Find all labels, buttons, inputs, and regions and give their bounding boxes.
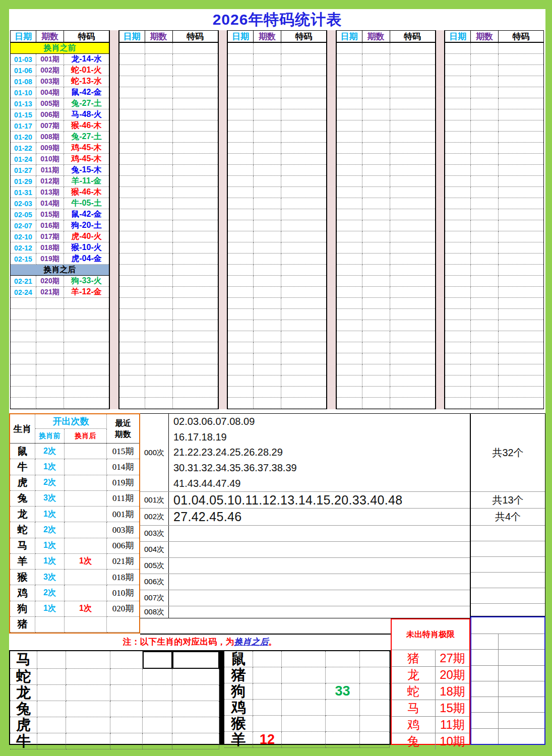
date-cell: 02-03 <box>11 198 36 209</box>
empty-cell <box>499 220 543 231</box>
empty-cell <box>173 276 218 287</box>
stats-after-cell <box>65 538 107 554</box>
empty-cell <box>228 65 254 76</box>
empty-cell <box>445 276 471 287</box>
empty-cell <box>119 209 145 220</box>
stats-before-cell <box>35 617 65 633</box>
empty-cell <box>499 398 543 409</box>
empty-cell <box>281 287 326 298</box>
empty-cell <box>445 265 471 276</box>
empty-cell <box>228 375 254 387</box>
empty-cell <box>254 87 281 98</box>
empty-cell <box>254 353 281 364</box>
empty-cell <box>173 76 218 87</box>
stats-zodiac-cell: 虎 <box>10 475 35 491</box>
empty-cell <box>254 231 281 242</box>
stats-recent-cell: 018期 <box>107 570 139 585</box>
zodiac-cell: 蛇 <box>10 669 37 685</box>
freq-total-cell <box>471 573 545 588</box>
empty-cell <box>445 187 471 198</box>
grid-cell <box>360 716 390 732</box>
zodiac-cell: 狗 <box>224 683 253 700</box>
empty-cell <box>337 98 362 109</box>
code-table-group: 日期期数特码 <box>119 30 218 409</box>
date-cell: 02-15 <box>11 254 36 265</box>
empty-cell <box>337 364 362 375</box>
freq-value-line: 21.22.23.24.25.26.28.29 <box>173 447 470 458</box>
empty-cell <box>145 375 173 387</box>
empty-cell <box>281 298 326 309</box>
empty-cell <box>337 120 362 132</box>
date-cell: 02-12 <box>11 242 36 254</box>
period-header: 期数 <box>36 31 64 43</box>
zodiac-cell: 鼠 <box>224 651 253 667</box>
empty-cell <box>228 242 254 254</box>
grid-cell <box>253 651 282 667</box>
empty-cell <box>228 342 254 353</box>
empty-cell <box>119 331 145 342</box>
empty-cell <box>11 331 36 342</box>
freq-value-line: 27.42.45.46 <box>173 510 470 524</box>
empty-cell <box>445 65 471 76</box>
freq-row: 006次 <box>140 574 470 590</box>
empty-cell <box>145 298 173 309</box>
empty-cell <box>119 242 145 254</box>
empty-cell <box>281 132 326 143</box>
empty-cell <box>228 265 254 276</box>
empty-cell <box>445 364 471 375</box>
code-table-group: 日期期数特码 <box>227 30 327 409</box>
empty-cell <box>390 43 435 54</box>
empty-cell <box>471 320 499 331</box>
empty-cell <box>254 276 281 287</box>
code-cell: 蛇-13-水 <box>64 76 109 87</box>
stats-after-cell <box>65 507 107 522</box>
freq-values <box>169 526 470 541</box>
empty-cell <box>471 398 499 409</box>
code-cell: 鼠-42-金 <box>64 209 109 220</box>
grid-cell <box>66 733 110 749</box>
empty-cell <box>499 287 543 298</box>
empty-cell <box>390 198 435 209</box>
empty-cell <box>445 109 471 120</box>
empty-cell <box>390 65 435 76</box>
empty-cell <box>390 54 435 65</box>
empty-cell <box>281 187 326 198</box>
empty-cell <box>119 254 145 265</box>
empty-cell <box>337 342 362 353</box>
stats-before-cell: 1次 <box>35 601 65 617</box>
empty-cell <box>337 76 362 87</box>
empty-cell <box>281 198 326 209</box>
period-cell: 003期 <box>36 76 64 87</box>
limit-periods: 27期 <box>436 650 469 666</box>
grid-cell <box>360 683 390 700</box>
code-cell: 羊-11-金 <box>64 176 109 187</box>
date-cell: 02-21 <box>11 276 36 287</box>
empty-cell <box>499 187 543 198</box>
empty-cell <box>362 109 390 120</box>
empty-cell <box>281 87 326 98</box>
grid-cell <box>66 651 110 669</box>
empty-cell <box>254 198 281 209</box>
empty-cell <box>337 320 362 331</box>
empty-cell <box>228 76 254 87</box>
empty-cell <box>499 54 543 65</box>
empty-cell <box>228 165 254 176</box>
period-cell: 005期 <box>36 98 64 109</box>
empty-cell <box>445 209 471 220</box>
empty-cell <box>337 265 362 276</box>
empty-cell <box>337 375 362 387</box>
zodiac-stats-table: 生肖 开出次数 换肖前 换肖后 最近 期数 鼠2次 015期牛1次 014期虎2… <box>9 413 140 634</box>
empty-cell <box>228 87 254 98</box>
empty-cell <box>254 154 281 165</box>
section-before-row: 换肖之前 <box>11 43 109 54</box>
limit-zodiac: 蛇 <box>392 683 436 700</box>
empty-cell <box>362 98 390 109</box>
empty-cell <box>119 154 145 165</box>
empty-cell <box>173 342 218 353</box>
empty-cell <box>254 120 281 132</box>
grid-cell <box>143 685 172 701</box>
empty-cell <box>337 298 362 309</box>
frequency-table: 000次02.03.06.07.08.0916.17.18.1921.22.23… <box>140 413 470 618</box>
empty-cell <box>228 98 254 109</box>
stats-header: 生肖 开出次数 换肖前 换肖后 最近 期数 <box>10 414 139 444</box>
